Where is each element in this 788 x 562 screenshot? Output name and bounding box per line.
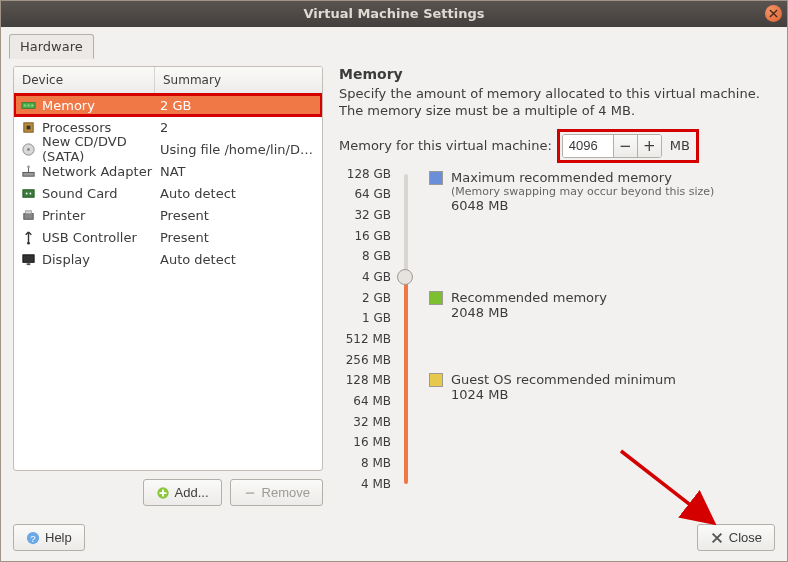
device-row-display[interactable]: DisplayAuto detect [14, 248, 322, 270]
device-name: Sound Card [42, 186, 160, 201]
slider-markers: Maximum recommended memory (Memory swapp… [415, 168, 775, 498]
device-table: Device Summary Memory2 GBProcessors2New … [13, 66, 323, 471]
memory-tick: 32 MB [353, 415, 391, 429]
memory-tick: 128 GB [347, 167, 391, 181]
memory-unit: MB [670, 138, 690, 153]
memory-decrement-button[interactable]: − [613, 135, 637, 157]
svg-rect-8 [22, 172, 33, 176]
sound-icon [20, 185, 36, 201]
marker-max-value: 6048 MB [451, 198, 714, 213]
memory-tick: 128 MB [346, 373, 391, 387]
device-name: Memory [42, 98, 160, 113]
display-icon [20, 251, 36, 267]
device-summary: 2 GB [160, 98, 316, 113]
device-row-net[interactable]: Network AdapterNAT [14, 160, 322, 182]
help-button[interactable]: ? Help [13, 524, 85, 551]
svg-rect-13 [23, 213, 32, 219]
cpu-icon [20, 119, 36, 135]
memory-tick: 64 MB [353, 394, 391, 408]
help-button-label: Help [45, 530, 72, 545]
memory-tick: 4 MB [361, 477, 391, 491]
device-name: Display [42, 252, 160, 267]
svg-point-9 [27, 165, 30, 168]
footer: ? Help Close [1, 516, 787, 561]
svg-point-12 [29, 192, 31, 194]
slider-ticks: 128 GB64 GB32 GB16 GB8 GB4 GB2 GB1 GB512… [339, 168, 395, 498]
add-button-label: Add... [175, 485, 209, 500]
swatch-minos [429, 373, 443, 387]
minus-icon [243, 486, 257, 500]
close-button[interactable]: Close [697, 524, 775, 551]
memory-slider-area: 128 GB64 GB32 GB16 GB8 GB4 GB2 GB1 GB512… [339, 168, 775, 498]
svg-point-7 [27, 148, 30, 151]
memory-tick: 512 MB [346, 332, 391, 346]
content-area: Device Summary Memory2 GBProcessors2New … [1, 58, 787, 514]
svg-rect-1 [23, 104, 25, 106]
svg-point-15 [27, 241, 30, 244]
column-header-device[interactable]: Device [14, 67, 154, 94]
titlebar: Virtual Machine Settings [1, 1, 787, 27]
marker-max-title: Maximum recommended memory [451, 170, 672, 185]
memory-panel: Memory Specify the amount of memory allo… [339, 66, 775, 514]
memory-heading: Memory [339, 66, 775, 82]
tab-row: Hardware [1, 27, 787, 58]
marker-max-sub: (Memory swapping may occur beyond this s… [451, 185, 714, 198]
svg-rect-19 [245, 492, 254, 494]
svg-rect-14 [25, 210, 31, 213]
device-summary: Using file /home/lin/Dow [160, 142, 316, 157]
memory-slider[interactable] [395, 168, 415, 498]
memory-tick: 64 GB [354, 187, 391, 201]
slider-thumb[interactable] [397, 269, 413, 285]
device-row-memory[interactable]: Memory2 GB [14, 94, 322, 116]
device-summary: NAT [160, 164, 316, 179]
device-name: Network Adapter [42, 164, 160, 179]
memory-increment-button[interactable]: + [637, 135, 661, 157]
help-icon: ? [26, 531, 40, 545]
svg-rect-3 [31, 104, 33, 106]
svg-text:?: ? [30, 532, 35, 543]
memory-stepper-highlight-box: − + MB [560, 132, 696, 160]
device-summary: Auto detect [160, 186, 316, 201]
memory-input[interactable] [563, 135, 613, 157]
device-summary: 2 [160, 120, 316, 135]
window-title: Virtual Machine Settings [303, 6, 484, 21]
device-table-header: Device Summary [14, 67, 322, 94]
close-icon [769, 9, 778, 18]
svg-rect-16 [22, 254, 33, 262]
device-row-disc[interactable]: New CD/DVD (SATA)Using file /home/lin/Do… [14, 138, 322, 160]
remove-button-label: Remove [262, 485, 310, 500]
device-name: Processors [42, 120, 160, 135]
tab-hardware[interactable]: Hardware [9, 34, 94, 59]
disc-icon [20, 141, 36, 157]
device-row-usb[interactable]: USB ControllerPresent [14, 226, 322, 248]
device-name: Printer [42, 208, 160, 223]
marker-minos-value: 1024 MB [451, 387, 676, 402]
window-close-button[interactable] [765, 5, 782, 22]
add-button[interactable]: Add... [143, 479, 222, 506]
device-summary: Auto detect [160, 252, 316, 267]
memory-tick: 32 GB [354, 208, 391, 222]
memory-tick: 4 GB [362, 270, 391, 284]
close-button-label: Close [729, 530, 762, 545]
device-summary: Present [160, 208, 316, 223]
slider-track-upper [404, 174, 408, 277]
device-panel: Device Summary Memory2 GBProcessors2New … [13, 66, 323, 514]
device-summary: Present [160, 230, 316, 245]
svg-rect-17 [26, 263, 30, 265]
memory-tick: 8 MB [361, 456, 391, 470]
column-header-summary[interactable]: Summary [154, 67, 322, 94]
remove-button: Remove [230, 479, 323, 506]
net-icon [20, 163, 36, 179]
marker-rec-value: 2048 MB [451, 305, 607, 320]
memory-row-label: Memory for this virtual machine: [339, 138, 552, 153]
memory-tick: 256 MB [346, 353, 391, 367]
device-row-printer[interactable]: PrinterPresent [14, 204, 322, 226]
device-name: New CD/DVD (SATA) [42, 134, 160, 164]
usb-icon [20, 229, 36, 245]
swatch-max [429, 171, 443, 185]
memory-icon [20, 97, 36, 113]
x-icon [710, 531, 724, 545]
memory-stepper: − + [562, 134, 662, 158]
device-row-sound[interactable]: Sound CardAuto detect [14, 182, 322, 204]
memory-description: Specify the amount of memory allocated t… [339, 86, 775, 120]
